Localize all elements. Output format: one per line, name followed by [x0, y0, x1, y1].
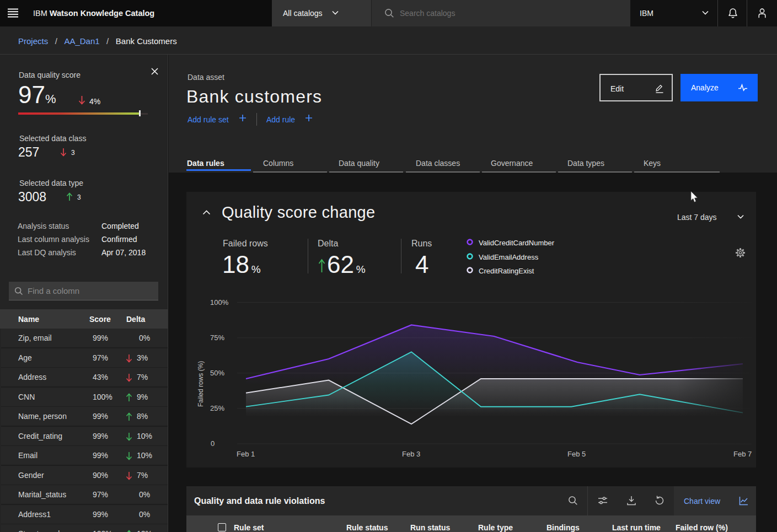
svg-text:Feb 1: Feb 1 — [237, 450, 255, 458]
svg-text:Feb 3: Feb 3 — [402, 450, 420, 458]
svg-text:Feb 5: Feb 5 — [567, 450, 586, 458]
svg-text:0: 0 — [211, 439, 215, 448]
svg-text:Feb 7: Feb 7 — [733, 450, 752, 458]
svg-text:Failed rows (%): Failed rows (%) — [197, 361, 205, 407]
svg-text:50%: 50% — [210, 369, 224, 377]
svg-text:25%: 25% — [210, 404, 224, 412]
svg-text:75%: 75% — [210, 334, 224, 342]
svg-text:100%: 100% — [210, 298, 229, 307]
